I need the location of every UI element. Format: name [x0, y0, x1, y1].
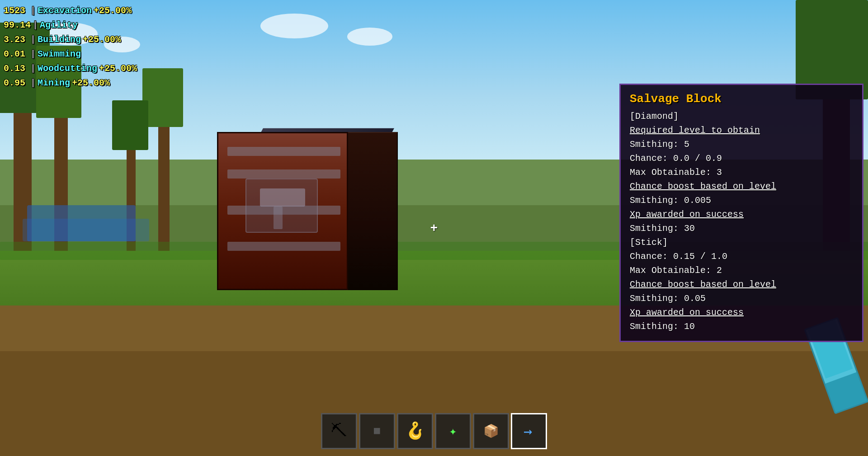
separator: | — [30, 33, 36, 47]
woodcutting-name: Woodcutting — [38, 61, 97, 76]
skill-row-excavation: 1523 | Excavation +25.00% — [4, 4, 137, 18]
tooltip-line-8: Xp awarded on success — [630, 207, 853, 221]
separator: | — [30, 76, 36, 90]
mining-bonus: +25.00% — [72, 76, 110, 90]
hotbar-item-2: ■ — [373, 424, 381, 438]
tree-leaves — [112, 100, 148, 150]
agility-name: Agility — [40, 18, 78, 33]
swimming-name: Swimming — [38, 47, 81, 61]
hotbar-item-4: ✦ — [449, 423, 457, 439]
woodcutting-value: 0.13 — [4, 61, 28, 76]
cloud — [260, 14, 328, 38]
building-bonus: +25.00% — [83, 33, 121, 47]
tooltip-line-12: Max Obtainable: 2 — [630, 263, 853, 277]
mining-value: 0.95 — [4, 76, 28, 90]
tooltip-line-14: Smithing: 0.05 — [630, 291, 853, 306]
skill-row-mining: 0.95 | Mining +25.00% — [4, 76, 137, 90]
woodcutting-bonus: +25.00% — [99, 61, 137, 76]
swimming-value: 0.01 — [4, 47, 28, 61]
hotbar-slot-5[interactable]: 📦 — [473, 413, 509, 449]
separator: | — [33, 18, 38, 33]
separator: | — [30, 61, 36, 76]
skill-row-swimming: 0.01 | Swimming — [4, 47, 137, 61]
skill-row-building: 3.23 | Building +25.00% — [4, 33, 137, 47]
hotbar: ⛏ ■ 🪝 ✦ 📦 ↗ — [321, 413, 547, 449]
skill-row-woodcutting: 0.13 | Woodcutting +25.00% — [4, 61, 137, 76]
building-name: Building — [38, 33, 81, 47]
skill-stats-panel: 1523 | Excavation +25.00% 99.14 | Agilit… — [4, 4, 137, 90]
separator: | — [30, 4, 36, 18]
cloud — [347, 28, 392, 46]
crosshair: + — [430, 221, 438, 235]
tooltip-line-6: Chance boost based on level — [630, 179, 853, 193]
hotbar-item-3: 🪝 — [405, 421, 425, 441]
hotbar-slot-4[interactable]: ✦ — [435, 413, 471, 449]
tree-leaves — [142, 68, 183, 127]
tooltip-line-15: Xp awarded on success — [630, 306, 853, 320]
hotbar-item-1: ⛏ — [331, 421, 347, 441]
hotbar-slot-6[interactable]: ↗ — [511, 413, 547, 449]
tooltip-line-16: Smithing: 10 — [630, 320, 853, 334]
building-value: 3.23 — [4, 33, 28, 47]
mining-name: Mining — [38, 76, 70, 90]
hotbar-item-6: ↗ — [519, 422, 538, 441]
tooltip-line-4: Chance: 0.0 / 0.9 — [630, 151, 853, 165]
skill-row-agility: 99.14 | Agility — [4, 18, 137, 33]
excavation-bonus: +25.00% — [94, 4, 132, 18]
tooltip-line-13: Chance boost based on level — [630, 277, 853, 291]
tooltip-line-2: Required level to obtain — [630, 123, 853, 137]
excavation-value: 1523 — [4, 4, 28, 18]
tooltip-line-9: Smithing: 30 — [630, 221, 853, 235]
excavation-name: Excavation — [38, 4, 92, 18]
tooltip-line-5: Max Obtainable: 3 — [630, 165, 853, 179]
hotbar-slot-3[interactable]: 🪝 — [397, 413, 433, 449]
hotbar-slot-1[interactable]: ⛏ — [321, 413, 357, 449]
agility-value: 99.14 — [4, 18, 31, 33]
tooltip-line-1: [Diamond] — [630, 109, 853, 123]
tooltip-line-10: [Stick] — [630, 235, 853, 249]
tooltip-line-3: Smithing: 5 — [630, 137, 853, 151]
separator: | — [30, 47, 36, 61]
salvage-block-object — [217, 113, 398, 303]
tooltip-title: Salvage Block — [630, 92, 853, 106]
hotbar-slot-2[interactable]: ■ — [359, 413, 395, 449]
hotbar-item-5: 📦 — [483, 423, 499, 439]
tooltip-panel: Salvage Block [Diamond] Required level t… — [619, 84, 863, 342]
tooltip-line-7: Smithing: 0.005 — [630, 193, 853, 207]
water — [23, 219, 149, 241]
tooltip-line-11: Chance: 0.15 / 1.0 — [630, 249, 853, 263]
